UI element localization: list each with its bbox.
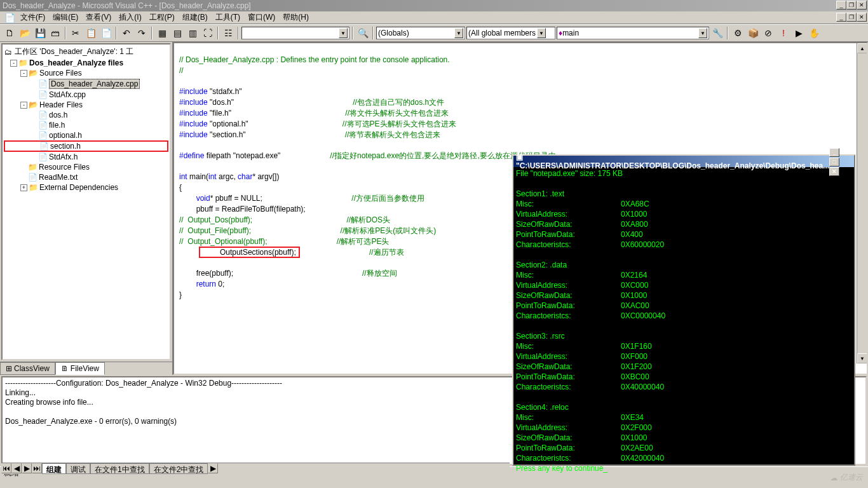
new-icon[interactable]: 🗋 <box>3 26 17 40</box>
workspace-icon[interactable]: ▦ <box>155 26 169 40</box>
folder-icon: 📂 <box>29 69 37 78</box>
highlighted-call: OutputSections(pbuff); <box>199 247 300 258</box>
chevron-down-icon[interactable]: ▼ <box>698 28 707 38</box>
build-icon[interactable]: 📦 <box>746 26 760 40</box>
undo-icon[interactable]: ↶ <box>119 26 133 40</box>
file-tree[interactable]: 🗂工作区 'Dos_header_Analyze': 1 工 -📁Dos_hea… <box>1 43 171 360</box>
scroll-up-icon[interactable]: ▲ <box>857 43 867 53</box>
menu-insert[interactable]: 插入(I) <box>115 11 145 24</box>
tree-resource-folder[interactable]: 📁Resource Files <box>4 162 168 172</box>
execute-icon[interactable]: ! <box>776 26 790 40</box>
collapse-icon[interactable]: - <box>10 60 17 67</box>
breakpoint-icon[interactable]: ✋ <box>807 26 821 40</box>
tree-workspace-root[interactable]: 🗂工作区 'Dos_header_Analyze': 1 工 <box>4 46 168 58</box>
app-title: Dos_header_Analyze - Microsoft Visual C+… <box>3 1 251 10</box>
tab-classview[interactable]: ⊞ClassView <box>0 362 55 375</box>
separator <box>372 27 374 39</box>
fullscreen-icon[interactable]: ⛶ <box>201 26 215 40</box>
menubar: 📄 文件(F) 编辑(E) 查看(V) 插入(I) 工程(P) 组建(B) 工具… <box>0 11 868 24</box>
goto-icon[interactable]: 🔧 <box>710 26 724 40</box>
menu-window[interactable]: 窗口(W) <box>244 11 279 24</box>
console-output: File "notepad.exe" size: 175 KB Section1… <box>513 167 854 475</box>
save-icon[interactable]: 💾 <box>33 26 47 40</box>
tab-fileview[interactable]: 🗎FileView <box>55 362 105 375</box>
find-combo[interactable]: ▼ <box>241 27 349 39</box>
close-button[interactable]: ✕ <box>857 1 867 10</box>
redo-icon[interactable]: ↷ <box>135 26 149 40</box>
collapse-icon[interactable]: - <box>20 102 27 109</box>
separator <box>116 27 117 39</box>
tab-nav-last-icon[interactable]: ⏭ <box>32 463 42 473</box>
open-icon[interactable]: 📂 <box>18 26 32 40</box>
members-combo[interactable]: (All global members▼ <box>466 27 555 39</box>
h-file-icon: 📄 <box>38 131 47 140</box>
tree-readme[interactable]: 📄ReadMe.txt <box>4 172 168 182</box>
collapse-icon[interactable]: - <box>20 70 27 77</box>
console-footer-line: Press any key to continue_ <box>516 463 851 473</box>
console-titlebar[interactable]: ▣ "C:\USERS\ADMINISTRATOR\DESKTOP\BLOG\D… <box>513 156 854 167</box>
cut-icon[interactable]: ✂ <box>69 26 83 40</box>
tree-file-section-h[interactable]: 📄section.h <box>4 140 168 152</box>
go-icon[interactable]: ▶ <box>792 26 806 40</box>
cpp-file-icon: 📄 <box>38 79 47 88</box>
menu-build[interactable]: 组建(B) <box>179 11 212 24</box>
tree-file-file-h[interactable]: 📄file.h <box>4 120 168 130</box>
menu-file[interactable]: 文件(F) <box>17 11 49 24</box>
menu-tools[interactable]: 工具(T) <box>212 11 244 24</box>
output-icon[interactable]: ▤ <box>170 26 184 40</box>
tree-project[interactable]: -📁Dos_header_Analyze files <box>4 58 168 68</box>
h-file-icon: 📄 <box>38 111 47 119</box>
chevron-down-icon[interactable]: ▼ <box>537 28 546 38</box>
paste-icon[interactable]: 📄 <box>99 26 113 40</box>
tree-file-dos-h[interactable]: 📄dos.h <box>4 110 168 120</box>
console-minimize[interactable]: _ <box>829 148 839 157</box>
folder-icon: 📁 <box>29 183 37 192</box>
console-maximize[interactable]: □ <box>829 158 839 166</box>
tab-nav-prev-icon[interactable]: ◀ <box>11 463 22 473</box>
tree-source-folder[interactable]: -📂Source Files <box>4 68 168 78</box>
tile-icon[interactable]: ☷ <box>221 26 235 40</box>
copy-icon[interactable]: 📋 <box>84 26 98 40</box>
h-file-icon: 📄 <box>38 121 47 130</box>
console-window: ▣ "C:\USERS\ADMINISTRATOR\DESKTOP\BLOG\D… <box>512 154 855 466</box>
tree-file-optional-h[interactable]: 📄optional.h <box>4 130 168 140</box>
tab-find2[interactable]: 在文件2中查找 <box>149 463 208 474</box>
tree-file-cpp[interactable]: 📄Dos_header_Analyze.cpp <box>4 78 168 90</box>
tab-nav-more-icon[interactable]: ▶ <box>208 463 218 473</box>
scope-combo[interactable]: (Globals)▼ <box>376 27 465 39</box>
mdi-close[interactable]: ✕ <box>857 13 867 22</box>
tree-file-stdafx-h[interactable]: 📄StdAfx.h <box>4 152 168 162</box>
tree-header-folder[interactable]: -📂Header Files <box>4 100 168 110</box>
expand-icon[interactable]: + <box>20 184 27 191</box>
console-close[interactable]: ✕ <box>829 167 839 176</box>
minimize-button[interactable]: _ <box>836 1 846 10</box>
tree-file-stdafx-cpp[interactable]: 📄StdAfx.cpp <box>4 90 168 100</box>
vertical-scrollbar[interactable]: ▲ ▼ <box>857 43 867 363</box>
stop-build-icon[interactable]: ⊘ <box>761 26 775 40</box>
tab-build[interactable]: 组建 <box>42 463 66 474</box>
compile-icon[interactable]: ⚙ <box>731 26 745 40</box>
scroll-down-icon[interactable]: ▼ <box>857 353 867 363</box>
mdi-restore[interactable]: ❐ <box>846 13 857 22</box>
menu-edit[interactable]: 编辑(E) <box>49 11 82 24</box>
menu-project[interactable]: 工程(P) <box>146 11 179 24</box>
separator <box>238 27 239 39</box>
app-icon: 📄 <box>3 11 17 25</box>
standard-toolbar: 🗋 📂 💾 🗃 ✂ 📋 📄 ↶ ↷ ▦ ▤ ▥ ⛶ ☷ ▼ 🔍 (Globals… <box>0 24 868 42</box>
tab-nav-next-icon[interactable]: ▶ <box>22 463 32 473</box>
tab-debug[interactable]: 调试 <box>66 463 90 474</box>
mdi-minimize[interactable]: _ <box>836 13 846 22</box>
maximize-button[interactable]: ❐ <box>846 1 857 10</box>
window-list-icon[interactable]: ▥ <box>186 26 200 40</box>
menu-help[interactable]: 帮助(H) <box>279 11 313 24</box>
saveall-icon[interactable]: 🗃 <box>48 26 62 40</box>
find-icon[interactable]: 🔍 <box>356 26 370 40</box>
text-file-icon: 📄 <box>28 173 37 182</box>
chevron-down-icon[interactable]: ▼ <box>339 28 348 38</box>
function-combo[interactable]: ♦ main▼ <box>557 27 709 39</box>
tab-find1[interactable]: 在文件1中查找 <box>90 463 149 474</box>
menu-view[interactable]: 查看(V) <box>82 11 115 24</box>
tab-nav-first-icon[interactable]: ⏮ <box>1 463 11 473</box>
tree-external-deps[interactable]: +📁External Dependencies <box>4 182 168 193</box>
chevron-down-icon[interactable]: ▼ <box>454 28 463 38</box>
